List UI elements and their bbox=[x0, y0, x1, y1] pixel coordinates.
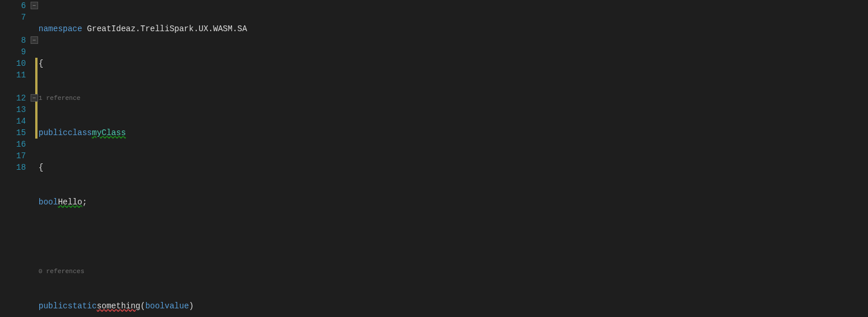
codelens-references[interactable]: 1 reference bbox=[39, 92, 868, 104]
namespace-name: GreatIdeaz.TrelliSpark.UX.WASM.SA bbox=[87, 23, 247, 35]
keyword: static bbox=[68, 300, 96, 312]
class-name: myClass bbox=[92, 127, 126, 139]
fold-toggle[interactable]: − bbox=[31, 36, 38, 44]
keyword: bool bbox=[145, 300, 165, 312]
keyword: bool bbox=[39, 196, 58, 208]
line-number-gutter: 6789101112131415161718 bbox=[0, 0, 34, 317]
code-area[interactable]: namespace GreatIdeaz.TrelliSpark.UX.WASM… bbox=[39, 0, 868, 317]
fold-toggle[interactable]: − bbox=[31, 2, 38, 9]
keyword: namespace bbox=[39, 23, 83, 35]
field-name: Hello bbox=[58, 196, 82, 208]
fold-toggle[interactable]: − bbox=[31, 94, 38, 102]
keyword: class bbox=[68, 127, 92, 139]
code-editor[interactable]: 6789101112131415161718 −−− namespace Gre… bbox=[0, 0, 868, 317]
method-name: something bbox=[97, 300, 141, 312]
keyword: public bbox=[39, 300, 68, 312]
param-name: value bbox=[164, 300, 189, 312]
keyword: public bbox=[39, 127, 68, 139]
codelens-references[interactable]: 0 references bbox=[39, 266, 868, 277]
editor-margin: −−− bbox=[34, 0, 39, 317]
